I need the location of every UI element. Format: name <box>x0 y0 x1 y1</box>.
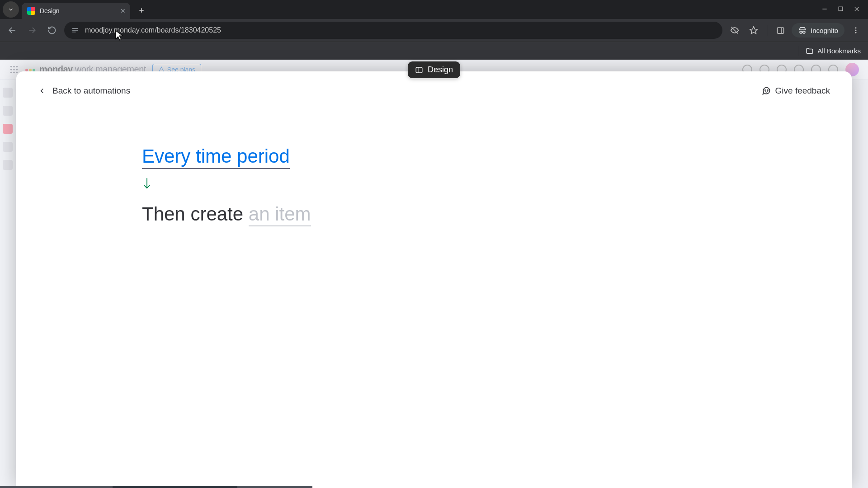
svg-rect-31 <box>416 67 422 73</box>
svg-point-29 <box>16 71 18 73</box>
svg-point-27 <box>10 71 12 73</box>
svg-point-23 <box>16 66 18 67</box>
url-field[interactable]: moodjoy.monday.com/boards/1830420525 <box>64 22 722 39</box>
loading-bar <box>0 486 312 488</box>
bg-left-rail <box>0 80 15 488</box>
incognito-indicator[interactable]: Incognito <box>792 23 844 38</box>
action-item-placeholder[interactable]: an item <box>249 203 311 226</box>
svg-point-22 <box>13 66 15 67</box>
browser-menu-icon[interactable] <box>848 23 863 38</box>
tab-title: Design <box>40 7 60 14</box>
svg-point-33 <box>764 90 765 91</box>
back-label: Back to automations <box>52 86 130 96</box>
svg-point-25 <box>13 69 15 70</box>
close-tab-icon[interactable]: ✕ <box>120 7 126 14</box>
back-to-automations-button[interactable]: Back to automations <box>38 86 130 96</box>
browser-address-bar: moodjoy.monday.com/boards/1830420525 Inc… <box>0 19 868 42</box>
all-bookmarks-button[interactable]: All Bookmarks <box>806 47 861 55</box>
browser-tab[interactable]: Design ✕ <box>22 3 130 19</box>
bookmarks-bar: All Bookmarks <box>0 42 868 60</box>
all-bookmarks-label: All Bookmarks <box>817 47 861 55</box>
window-controls <box>821 6 865 14</box>
automation-modal: Back to automations Give feedback Every … <box>16 71 852 488</box>
feedback-icon <box>762 86 771 95</box>
chevron-left-icon <box>38 87 46 95</box>
svg-rect-13 <box>777 28 783 33</box>
svg-point-18 <box>855 27 857 28</box>
svg-rect-3 <box>839 7 843 11</box>
give-feedback-button[interactable]: Give feedback <box>762 86 830 96</box>
close-window-button[interactable] <box>854 6 860 14</box>
site-info-icon[interactable] <box>71 26 80 35</box>
url-text: moodjoy.monday.com/boards/1830420525 <box>85 26 221 34</box>
incognito-label: Incognito <box>811 27 838 34</box>
svg-marker-12 <box>750 27 758 34</box>
browser-tab-strip: Design ✕ <box>0 0 868 19</box>
tab-search-dropdown[interactable] <box>3 1 19 18</box>
svg-point-24 <box>10 69 12 70</box>
svg-point-15 <box>800 31 802 33</box>
monday-favicon <box>27 7 35 15</box>
svg-point-20 <box>855 32 857 33</box>
bookmarks-divider <box>799 46 799 56</box>
svg-point-19 <box>855 30 857 31</box>
svg-point-28 <box>13 71 15 73</box>
board-name-pill[interactable]: Design <box>408 61 460 78</box>
board-name-label: Design <box>428 65 453 75</box>
minimize-button[interactable] <box>821 6 828 14</box>
svg-point-26 <box>16 69 18 70</box>
action-line: Then create an item <box>142 203 549 225</box>
nav-back-button[interactable] <box>5 23 20 38</box>
new-tab-button[interactable] <box>135 4 148 17</box>
page-viewport: monday work management See plans Design … <box>0 60 868 488</box>
reload-button[interactable] <box>44 23 60 38</box>
maximize-button[interactable] <box>838 6 844 14</box>
svg-point-16 <box>803 31 805 33</box>
feedback-label: Give feedback <box>775 86 830 96</box>
side-panel-icon[interactable] <box>773 23 788 38</box>
panel-icon <box>415 66 423 74</box>
action-prefix: Then create <box>142 203 249 225</box>
svg-point-21 <box>10 66 12 67</box>
tracking-protection-icon[interactable] <box>727 23 742 38</box>
addr-divider <box>767 25 767 36</box>
nav-forward-button[interactable] <box>24 23 40 38</box>
bookmark-star-icon[interactable] <box>746 23 761 38</box>
arrow-down-icon <box>142 177 549 192</box>
trigger-time-period[interactable]: Every time period <box>142 145 290 169</box>
apps-grid-icon <box>9 65 19 75</box>
modal-header: Back to automations Give feedback <box>38 86 830 96</box>
svg-point-34 <box>767 90 768 91</box>
automation-builder: Every time period Then create an item <box>142 145 549 225</box>
